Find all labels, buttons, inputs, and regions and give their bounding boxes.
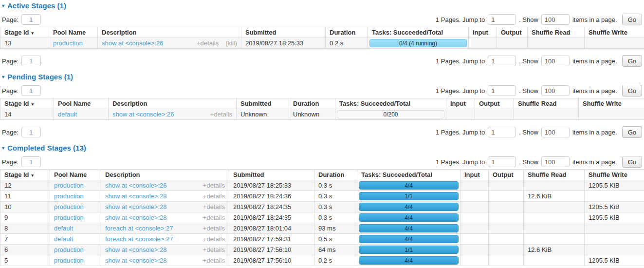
details-toggle[interactable]: +details [203, 225, 225, 232]
col-header-tasks-succeeded-total[interactable]: Tasks: Succeeded/Total [357, 170, 460, 180]
show-count-input[interactable] [541, 156, 570, 167]
page-number-input[interactable] [21, 56, 41, 66]
col-header-tasks-succeeded-total[interactable]: Tasks: Succeeded/Total [335, 98, 446, 109]
kill-link[interactable]: (kill) [225, 39, 237, 47]
col-header-input[interactable]: Input [446, 98, 475, 109]
col-header-submitted[interactable]: Submitted [229, 170, 314, 180]
details-toggle[interactable]: +details [203, 257, 225, 264]
details-toggle[interactable]: +details [203, 235, 225, 243]
details-toggle[interactable]: +details [203, 203, 225, 211]
col-header-stage-id[interactable]: Stage Id▾ [0, 98, 54, 109]
stage-description-link[interactable]: foreach at <console>:27 [105, 235, 173, 243]
details-toggle[interactable]: +details [203, 192, 225, 200]
page-number-input[interactable] [21, 156, 41, 167]
stage-description-link[interactable]: foreach at <console>:27 [105, 225, 173, 232]
description-inner: foreach at <console>:27+details [105, 225, 225, 232]
col-header-duration[interactable]: Duration [314, 170, 357, 180]
stage-id-cell: 10 [0, 202, 50, 212]
col-header-duration[interactable]: Duration [326, 27, 368, 38]
section-heading-active[interactable]: ▾Active Stages (1) [0, 1, 644, 10]
details-toggle[interactable]: +details [203, 246, 225, 253]
col-header-label: Duration [293, 100, 319, 107]
col-header-shuffle-write[interactable]: Shuffle Write [585, 170, 644, 180]
pool-name-link[interactable]: production [53, 39, 83, 47]
stage-description-link[interactable]: show at <console>:28 [105, 203, 166, 211]
task-progress-bar: 4/4 [359, 203, 459, 211]
col-header-output[interactable]: Output [489, 170, 524, 180]
col-header-shuffle-read[interactable]: Shuffle Read [514, 98, 579, 109]
pool-name-link[interactable]: production [54, 257, 84, 264]
stage-description-link[interactable]: show at <console>:26 [112, 111, 174, 118]
details-toggle[interactable]: +details [203, 214, 225, 221]
page-number-input[interactable] [21, 14, 41, 25]
show-count-input[interactable] [541, 85, 570, 96]
show-count-input[interactable] [541, 56, 570, 66]
col-header-description[interactable]: Description [98, 27, 241, 38]
pool-name-link[interactable]: production [54, 182, 84, 189]
col-header-description[interactable]: Description [101, 170, 229, 180]
show-count-input[interactable] [541, 14, 570, 25]
details-toggle[interactable]: +details [203, 182, 225, 189]
col-header-pool-name[interactable]: Pool Name [49, 27, 98, 38]
jump-to-input[interactable] [488, 56, 516, 66]
jump-to-input[interactable] [488, 85, 516, 96]
col-header-input[interactable]: Input [460, 170, 489, 180]
section-heading-completed[interactable]: ▾Completed Stages (13) [0, 143, 644, 153]
pool-name-cell: default [50, 223, 101, 234]
page-number-input[interactable] [21, 85, 41, 96]
go-button[interactable]: Go [622, 156, 642, 168]
page-number-input[interactable] [21, 127, 41, 137]
pool-name-link[interactable]: default [54, 235, 73, 243]
details-toggle[interactable]: +details [197, 39, 219, 47]
stage-description-link[interactable]: show at <console>:28 [105, 214, 166, 221]
col-header-submitted[interactable]: Submitted [241, 27, 326, 38]
col-header-pool-name[interactable]: Pool Name [50, 170, 101, 180]
jump-to-input[interactable] [488, 14, 516, 25]
col-header-description[interactable]: Description [109, 98, 237, 109]
col-header-tasks-succeeded-total[interactable]: Tasks: Succeeded/Total [368, 27, 469, 38]
show-text: . Show [519, 87, 538, 95]
go-button[interactable]: Go [622, 55, 642, 67]
stage-description-link[interactable]: show at <console>:28 [105, 246, 166, 253]
pool-name-link[interactable]: default [58, 111, 77, 118]
go-button[interactable]: Go [622, 85, 642, 96]
description-cell: show at <console>:26+details [101, 180, 229, 191]
col-header-pool-name[interactable]: Pool Name [54, 98, 109, 109]
pool-name-link[interactable]: default [54, 225, 73, 232]
col-header-submitted[interactable]: Submitted [237, 98, 289, 109]
progress-label: 4/4 [359, 235, 458, 243]
shuffle-write-cell [585, 223, 644, 234]
pages-count-text: 1 Pages. Jump to [436, 16, 485, 23]
col-header-input[interactable]: Input [469, 27, 497, 38]
col-header-label: Input [473, 29, 488, 36]
stage-description-link[interactable]: show at <console>:28 [105, 192, 166, 200]
go-button[interactable]: Go [622, 14, 642, 25]
col-header-shuffle-read[interactable]: Shuffle Read [528, 27, 585, 38]
col-header-output[interactable]: Output [475, 98, 514, 109]
pool-name-link[interactable]: production [54, 192, 84, 200]
stage-description-link[interactable]: show at <console>:28 [105, 257, 166, 264]
section-heading-pending[interactable]: ▾Pending Stages (1) [0, 72, 644, 81]
jump-to-input[interactable] [488, 127, 516, 137]
go-button[interactable]: Go [622, 126, 642, 138]
col-header-shuffle-write[interactable]: Shuffle Write [579, 98, 644, 109]
section-title: Completed Stages (13) [7, 143, 86, 153]
col-header-duration[interactable]: Duration [289, 98, 335, 109]
pool-name-link[interactable]: production [54, 214, 84, 221]
items-per-page-text: items in a page. [572, 129, 617, 136]
stage-description-link[interactable]: show at <console>:26 [102, 39, 163, 47]
pool-name-link[interactable]: production [54, 203, 84, 211]
show-count-input[interactable] [541, 127, 570, 137]
details-toggle[interactable]: +details [210, 111, 232, 118]
jump-to-input[interactable] [488, 156, 516, 167]
col-header-stage-id[interactable]: Stage Id▾ [0, 27, 49, 38]
pool-name-link[interactable]: production [54, 246, 84, 253]
stage-description-link[interactable]: show at <console>:26 [105, 182, 166, 189]
show-text: . Show [519, 16, 538, 23]
col-header-stage-id[interactable]: Stage Id▾ [0, 170, 50, 180]
col-header-shuffle-write[interactable]: Shuffle Write [585, 27, 644, 38]
tasks-cell: 0/200 [335, 109, 446, 120]
col-header-shuffle-read[interactable]: Shuffle Read [524, 170, 585, 180]
shuffle-write-cell [585, 38, 644, 49]
col-header-output[interactable]: Output [497, 27, 528, 38]
